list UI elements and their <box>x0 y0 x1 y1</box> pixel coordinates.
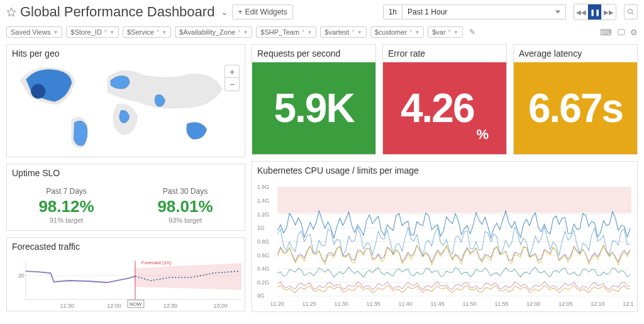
slo-value: 98.01% <box>126 197 245 216</box>
kpi-row: Requests per second 5.9K Error rate 4.26… <box>252 44 638 155</box>
header-bar: Global Performance Dashboard ⌄ +Edit Wid… <box>0 0 644 24</box>
dashboard-grid: Hits per geo + − <box>0 44 644 318</box>
kpi-value: 5.9K <box>274 85 353 131</box>
svg-text:0G: 0G <box>257 293 265 299</box>
template-variable-var[interactable]: $var*▼ <box>428 26 463 38</box>
region-south-america[interactable] <box>74 121 87 145</box>
display-icon[interactable]: 🖵 <box>617 28 625 37</box>
svg-text:1.2G: 1.2G <box>257 211 269 218</box>
cpu-chart[interactable]: 0G0.2G0.4G0.6G0.8G1G1.2G1.4G1.6G 11:2011… <box>252 179 637 311</box>
plus-icon: + <box>238 8 242 16</box>
svg-text:Forecast (1h): Forecast (1h) <box>142 260 172 265</box>
rewind-button[interactable]: ◀◀ <box>574 4 588 20</box>
template-variable-storeid[interactable]: $Store_ID*▼ <box>66 26 119 38</box>
svg-text:12:30: 12:30 <box>164 303 177 309</box>
panel-title: Hits per geo <box>7 45 245 62</box>
svg-text:12:15: 12:15 <box>623 301 633 307</box>
svg-text:11:55: 11:55 <box>494 301 508 307</box>
svg-text:1G: 1G <box>257 225 265 231</box>
panel-title: Kubernetes CPU usage / limits per image <box>252 162 637 179</box>
edit-widgets-button[interactable]: +Edit Widgets <box>232 4 292 20</box>
svg-text:11:30: 11:30 <box>335 301 348 307</box>
dashboard-title: Global Performance Dashboard <box>20 4 214 20</box>
playback-controls: ◀◀ ❚❚ ▶▶ <box>574 4 616 20</box>
forecast-chart[interactable]: 20 NOW Forecast (1h) 11:30 12:00 <box>7 255 245 311</box>
svg-text:11:20: 11:20 <box>270 301 284 307</box>
right-column: Requests per second 5.9K Error rate 4.26… <box>252 44 638 312</box>
zoom-in-button[interactable]: + <box>225 65 239 78</box>
slo-value: 98.12% <box>7 197 126 216</box>
world-map-svg <box>11 62 241 153</box>
time-range-short[interactable]: 1h <box>383 4 402 20</box>
svg-text:1.6G: 1.6G <box>257 184 269 190</box>
template-variable-vartest[interactable]: $vartest*▼ <box>320 26 366 38</box>
slo-body: Past 7 Days 98.12% 91% target Past 30 Da… <box>7 182 245 230</box>
zoom-out-button[interactable]: − <box>225 78 239 91</box>
kpi-value-box: 5.9K <box>252 62 375 154</box>
left-column: Hits per geo + − <box>6 44 245 312</box>
kpi-value-box: 6.67s <box>514 62 637 154</box>
kpi-unit: % <box>477 126 489 143</box>
kpi-error-rate: Error rate 4.26% <box>382 44 507 155</box>
panel-title: Uptime SLO <box>7 164 245 182</box>
template-variable-bar: Saved Views▼ $Store_ID*▼$Service*▼$Avail… <box>0 24 644 44</box>
geo-map[interactable]: + − <box>7 62 245 157</box>
favorite-star-icon[interactable] <box>6 7 16 17</box>
search-button[interactable] <box>624 4 638 20</box>
panel-hits-per-geo: Hits per geo + − <box>6 44 245 157</box>
slo-7-days: Past 7 Days 98.12% 91% target <box>7 182 126 230</box>
panel-title: Error rate <box>383 45 506 62</box>
slo-target: 91% target <box>7 216 126 224</box>
svg-text:0.8G: 0.8G <box>257 238 269 245</box>
svg-text:NOW: NOW <box>130 301 142 307</box>
forward-button[interactable]: ▶▶ <box>602 4 616 20</box>
svg-text:11:45: 11:45 <box>430 301 444 307</box>
region-us-hotspot[interactable] <box>31 84 45 99</box>
settings-gear-icon[interactable]: ⚙ <box>630 28 638 37</box>
svg-text:12:00: 12:00 <box>526 301 540 307</box>
svg-rect-14 <box>277 187 631 213</box>
kpi-requests-per-second: Requests per second 5.9K <box>252 44 376 155</box>
svg-text:12:00: 12:00 <box>107 303 121 309</box>
pause-button[interactable]: ❚❚ <box>588 4 602 20</box>
map-zoom-controls: + − <box>225 65 240 91</box>
template-variable-shpteam[interactable]: $SHP_Team*▼ <box>256 26 316 38</box>
kpi-value: 4.26 <box>401 85 474 131</box>
kpi-value: 6.67s <box>528 85 623 131</box>
svg-text:1.4G: 1.4G <box>257 198 269 204</box>
svg-text:12:05: 12:05 <box>558 301 572 307</box>
toolbar-right-icons: ⌨ 🖵 ⚙ <box>600 28 638 37</box>
svg-text:13:00: 13:00 <box>213 303 227 309</box>
template-variable-customer[interactable]: $customer*▼ <box>370 26 425 38</box>
time-range-picker[interactable]: 1h Past 1 Hour <box>383 4 566 20</box>
chevron-down-icon: ▼ <box>53 30 58 35</box>
svg-text:0.4G: 0.4G <box>257 265 269 272</box>
slo-30-days: Past 30 Days 98.01% 93% target <box>126 182 245 230</box>
svg-text:11:30: 11:30 <box>60 303 74 309</box>
svg-point-0 <box>628 9 633 14</box>
svg-text:11:50: 11:50 <box>462 301 476 307</box>
panel-title: Average latency <box>514 45 637 62</box>
svg-text:0.2G: 0.2G <box>257 279 269 286</box>
svg-text:0.6G: 0.6G <box>257 252 269 258</box>
keyboard-icon[interactable]: ⌨ <box>600 28 612 37</box>
saved-views-dropdown[interactable]: Saved Views▼ <box>6 26 62 38</box>
panel-title: Forecasted traffic <box>7 238 245 255</box>
slo-target: 93% target <box>126 216 245 224</box>
panel-forecasted-traffic: Forecasted traffic 20 NOW <box>6 237 245 311</box>
svg-text:11:25: 11:25 <box>303 301 316 307</box>
time-range-long[interactable]: Past 1 Hour <box>402 4 566 20</box>
kpi-value-box: 4.26% <box>383 62 506 154</box>
svg-line-1 <box>632 13 634 15</box>
svg-text:11:40: 11:40 <box>398 301 412 307</box>
kpi-average-latency: Average latency 6.67s <box>513 44 638 155</box>
edit-variables-icon[interactable]: ✎ <box>469 28 475 36</box>
template-variable-availabilityzone[interactable]: $Availability_Zone*▼ <box>175 26 252 38</box>
title-dropdown-icon[interactable]: ⌄ <box>221 7 228 17</box>
template-variable-service[interactable]: $Service*▼ <box>123 26 171 38</box>
svg-text:20: 20 <box>18 272 25 279</box>
panel-title: Requests per second <box>252 45 375 62</box>
svg-text:12:10: 12:10 <box>591 301 604 307</box>
slo-label: Past 30 Days <box>126 187 245 196</box>
slo-label: Past 7 Days <box>7 187 126 196</box>
